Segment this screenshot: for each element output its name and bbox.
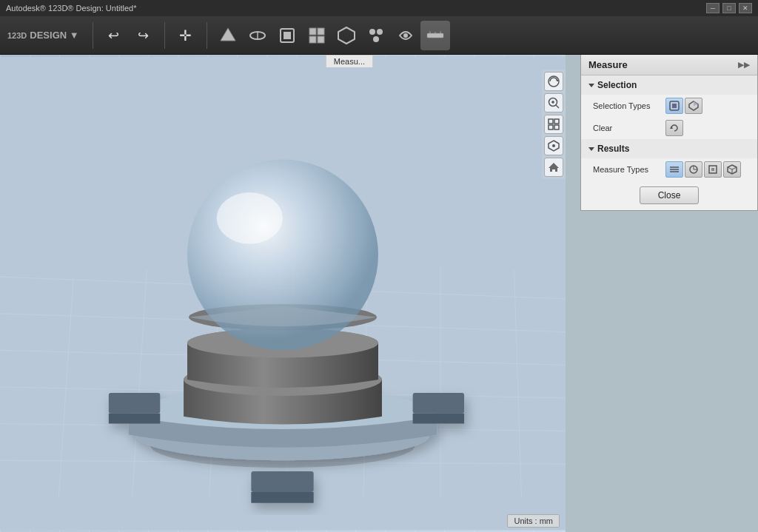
svg-rect-5 xyxy=(309,28,316,35)
group-button[interactable] xyxy=(332,21,361,50)
results-section-label: Results xyxy=(597,144,629,154)
svg-marker-0 xyxy=(221,28,235,41)
redo-button[interactable]: ↪ xyxy=(129,21,158,50)
selection-type-buttons xyxy=(665,98,702,114)
selection-collapse-icon xyxy=(588,84,594,87)
svg-marker-9 xyxy=(338,27,355,44)
svg-rect-53 xyxy=(549,125,553,129)
units-badge: Units : mm xyxy=(507,514,560,528)
measure-tab[interactable]: Measu... xyxy=(326,55,373,67)
selection-type-face-button[interactable] xyxy=(685,98,702,114)
rotate-view-button[interactable] xyxy=(544,72,563,91)
logo-sub[interactable]: DESIGN ▼ xyxy=(30,30,78,41)
clear-button[interactable] xyxy=(665,120,683,136)
svg-point-13 xyxy=(403,33,408,38)
app-logo: 123D DESIGN ▼ xyxy=(7,30,79,41)
svg-rect-4 xyxy=(284,32,291,39)
svg-rect-14 xyxy=(427,33,443,38)
minimize-button[interactable]: ─ xyxy=(706,3,720,13)
svg-line-48 xyxy=(556,105,559,108)
measure-types-row: Measure Types xyxy=(581,158,757,181)
window-controls: ─ □ ✕ xyxy=(706,3,752,13)
snap-button[interactable] xyxy=(391,21,420,50)
sketch-button[interactable] xyxy=(243,21,272,50)
main-area: Measu... Units : mm xyxy=(0,55,758,532)
main-toolbar: 123D DESIGN ▼ ↩ ↪ ✛ xyxy=(0,16,758,55)
toolbar-separator-2 xyxy=(164,22,165,49)
view-controls xyxy=(542,70,566,179)
transform-button[interactable]: ✛ xyxy=(171,21,201,50)
toolbar-separator-3 xyxy=(207,22,207,49)
results-collapse-icon xyxy=(588,147,594,151)
svg-rect-66 xyxy=(711,168,714,171)
measure-types-label: Measure Types xyxy=(593,165,660,174)
undo-button[interactable]: ↩ xyxy=(99,21,129,50)
selection-section-header[interactable]: Selection xyxy=(581,75,757,95)
fit-view-button[interactable] xyxy=(544,115,563,134)
svg-rect-8 xyxy=(318,36,324,43)
svg-rect-35 xyxy=(109,393,160,414)
measure-type-buttons xyxy=(665,161,741,178)
perspective-view-button[interactable] xyxy=(544,136,563,155)
measure-button[interactable] xyxy=(420,21,450,50)
selection-section-label: Selection xyxy=(597,80,637,90)
svg-point-44 xyxy=(217,192,283,243)
svg-point-11 xyxy=(377,29,383,35)
measure-expand-icon[interactable]: ▶▶ xyxy=(738,61,750,69)
svg-point-12 xyxy=(373,36,379,42)
title-bar: Autodesk® 123D® Design: Untitled* ─ □ ✕ xyxy=(0,0,758,16)
svg-rect-6 xyxy=(318,28,324,35)
svg-point-55 xyxy=(552,144,555,147)
svg-rect-52 xyxy=(554,119,559,124)
measure-panel: Measure ▶▶ Selection Selection Types xyxy=(580,55,758,211)
measure-type-2-button[interactable] xyxy=(685,161,702,178)
svg-rect-36 xyxy=(413,393,464,414)
svg-point-10 xyxy=(369,29,375,35)
selection-types-label: Selection Types xyxy=(593,101,660,110)
home-view-button[interactable] xyxy=(544,158,563,177)
maximize-button[interactable]: □ xyxy=(722,3,736,13)
selection-types-row: Selection Types xyxy=(581,95,757,117)
logo-text: 123D xyxy=(7,31,27,40)
measure-type-1-button[interactable] xyxy=(665,161,683,178)
measure-type-4-button[interactable] xyxy=(723,161,741,178)
viewport-3d[interactable]: Measu... Units : mm xyxy=(0,55,566,532)
right-panel: Measure ▶▶ Selection Selection Types xyxy=(566,55,758,532)
svg-rect-7 xyxy=(309,36,316,43)
svg-rect-37 xyxy=(251,471,313,492)
clear-row: Clear xyxy=(581,117,757,139)
results-section-header[interactable]: Results xyxy=(581,139,757,158)
zoom-view-button[interactable] xyxy=(544,93,563,112)
close-window-button[interactable]: ✕ xyxy=(739,3,752,13)
modify-button[interactable] xyxy=(272,21,302,50)
app-title: Autodesk® 123D® Design: Untitled* xyxy=(6,4,136,13)
clear-label: Clear xyxy=(593,124,660,132)
measure-panel-title: Measure xyxy=(588,59,628,70)
toolbar-separator-1 xyxy=(93,22,93,49)
primitive-button[interactable] xyxy=(213,21,243,50)
selection-type-body-button[interactable] xyxy=(665,98,683,114)
svg-rect-54 xyxy=(554,125,559,129)
svg-rect-57 xyxy=(672,104,677,108)
svg-rect-51 xyxy=(549,119,553,124)
pattern-button[interactable] xyxy=(361,21,391,50)
close-button[interactable]: Close xyxy=(640,186,700,204)
measure-type-3-button[interactable] xyxy=(704,161,722,178)
measure-panel-header: Measure ▶▶ xyxy=(581,55,757,75)
construct-button[interactable] xyxy=(302,21,332,50)
